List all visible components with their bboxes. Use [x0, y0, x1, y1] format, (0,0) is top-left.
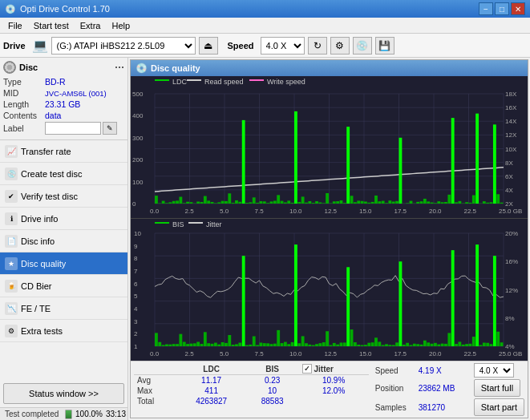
jitter-check: ✓ Jitter: [302, 364, 366, 374]
maximize-button[interactable]: □: [495, 2, 509, 15]
nav-fe-te-label: FE / TE: [21, 304, 51, 313]
nav-transfer-rate[interactable]: 📈 Transfer rate: [0, 140, 127, 163]
mid-value: JVC-AMS6L (001): [45, 89, 124, 98]
nav-fe-te[interactable]: 📉 FE / TE: [0, 297, 127, 320]
disc-button[interactable]: 💿: [353, 37, 372, 55]
cd-bier-icon: 🍺: [5, 280, 18, 293]
nav-create-test-disc-label: Create test disc: [21, 169, 82, 179]
close-button[interactable]: ✕: [511, 2, 525, 15]
disc-mid-row: MID JVC-AMS6L (001): [3, 88, 124, 98]
avg-label: Avg: [134, 375, 177, 386]
nav-disc-info[interactable]: 📄 Disc info: [0, 230, 127, 252]
drive-info-icon: ℹ: [5, 212, 18, 225]
length-value: 23.31 GB: [45, 99, 124, 109]
position-value: 23862 MB: [419, 384, 471, 393]
label-edit-button[interactable]: ✎: [103, 122, 117, 135]
title-bar: 💿 Opti Drive Control 1.70 − □ ✕: [0, 0, 530, 18]
contents-value: data: [45, 111, 124, 120]
drive-label: Drive: [3, 41, 26, 50]
status-window-button[interactable]: Status window >>: [3, 383, 124, 404]
nav-drive-info[interactable]: ℹ Drive info: [0, 208, 127, 230]
time-text: 33:13: [106, 410, 126, 418]
start-full-button[interactable]: Start full: [474, 379, 520, 397]
stats-table: LDC BIS ✓ Jitter: [134, 363, 369, 416]
total-jitter: [299, 396, 369, 406]
disc-length-row: Length 23.31 GB: [3, 99, 124, 109]
main-content: Disc ⋯ Type BD-R MID JVC-AMS6L (001) Len…: [0, 58, 530, 420]
contents-label: Contents: [3, 111, 45, 120]
position-label: Position: [375, 384, 415, 393]
nav-extra-tests-label: Extra tests: [21, 326, 63, 336]
disc-info-panel: Disc ⋯ Type BD-R MID JVC-AMS6L (001) Len…: [0, 58, 127, 140]
speed-stat-value: 4.19 X: [419, 366, 471, 375]
nav-extra-tests[interactable]: ⚙ Extra tests: [0, 320, 127, 342]
max-jitter: 12.0%: [299, 386, 369, 396]
jitter-label: Jitter: [314, 365, 334, 374]
mid-label: MID: [3, 88, 45, 98]
label-label: Label: [3, 123, 45, 133]
total-label: Total: [134, 396, 177, 406]
max-bis: 10: [246, 386, 299, 396]
nav-transfer-rate-label: Transfer rate: [21, 147, 71, 156]
nav-create-test-disc[interactable]: 💿 Create test disc: [0, 163, 127, 185]
speed-select[interactable]: 4.0 X 2.0 X 6.0 X 8.0 X: [261, 37, 305, 55]
drive-select[interactable]: (G:) ATAPI iHBS212 2.5L09: [51, 37, 196, 55]
progress-bar-container: Test completed 100.0% 33:13: [0, 407, 127, 420]
panel-title: Disc quality: [151, 63, 200, 73]
charts-area: [131, 76, 528, 361]
nav-disc-quality[interactable]: ★ Disc quality: [0, 252, 127, 275]
jitter-checkbox[interactable]: ✓: [302, 364, 312, 374]
total-bis: 88583: [246, 396, 299, 406]
progress-bar-outer: [65, 410, 72, 419]
stats-right: Speed 4.19 X 4.0 X Position 23862 MB Sta…: [375, 363, 524, 416]
samples-row: Samples 381270 Start part: [375, 398, 524, 416]
menu-extra[interactable]: Extra: [75, 19, 106, 32]
verify-test-disc-icon: ✔: [5, 190, 18, 203]
menu-start-test[interactable]: Start test: [29, 19, 74, 32]
settings-button[interactable]: ⚙: [330, 37, 350, 55]
save-button[interactable]: 💾: [375, 37, 394, 55]
label-input[interactable]: [45, 122, 101, 135]
create-test-disc-icon: 💿: [5, 168, 18, 180]
type-value: BD-R: [45, 77, 124, 87]
eject-button[interactable]: ⏏: [199, 37, 218, 55]
lower-chart: [131, 219, 528, 361]
toolbar: Drive 💻 (G:) ATAPI iHBS212 2.5L09 ⏏ Spee…: [0, 34, 530, 58]
total-ldc: 4263827: [177, 396, 246, 406]
status-window-label: Status window >>: [29, 389, 99, 398]
speed-row: Speed 4.19 X 4.0 X: [375, 363, 524, 378]
app-icon: 💿: [5, 4, 16, 14]
disc-info-icon: 📄: [5, 235, 18, 248]
status-text: Test completed: [2, 410, 62, 418]
upper-chart-container: [131, 76, 528, 219]
menu-file[interactable]: File: [3, 19, 27, 32]
stats-max-row: Max 411 10 12.0%: [134, 386, 369, 396]
stats-col-ldc: LDC: [177, 363, 246, 375]
samples-value: 381270: [419, 403, 471, 412]
nav-cd-bier[interactable]: 🍺 CD Bier: [0, 275, 127, 297]
max-label: Max: [134, 386, 177, 396]
stats-speed-select[interactable]: 4.0 X: [474, 363, 514, 378]
transfer-rate-icon: 📈: [5, 145, 18, 158]
progress-bar-inner: [66, 410, 71, 418]
refresh-button[interactable]: ↻: [308, 37, 327, 55]
avg-ldc: 11.17: [177, 375, 246, 386]
nav-cd-bier-label: CD Bier: [21, 281, 52, 291]
stats-col-bis: BIS: [246, 363, 299, 375]
menu-help[interactable]: Help: [107, 19, 135, 32]
minimize-button[interactable]: −: [479, 2, 493, 15]
nav-drive-info-label: Drive info: [21, 214, 58, 224]
nav-verify-test-disc[interactable]: ✔ Verify test disc: [0, 185, 127, 208]
disc-options-icon[interactable]: ⋯: [115, 62, 124, 73]
disc-label-row: Label ✎: [3, 122, 124, 135]
start-part-button[interactable]: Start part: [474, 398, 524, 416]
disc-quality-panel: 💿 Disc quality: [130, 59, 528, 418]
disc-header: Disc ⋯: [3, 61, 124, 74]
stats-col-jitter-check: ✓ Jitter: [299, 363, 369, 375]
type-label: Type: [3, 77, 45, 87]
disc-icon: [3, 61, 16, 74]
max-ldc: 411: [177, 386, 246, 396]
extra-tests-icon: ⚙: [5, 325, 18, 337]
disc-quality-icon: ★: [5, 257, 18, 270]
fe-te-icon: 📉: [5, 302, 18, 315]
